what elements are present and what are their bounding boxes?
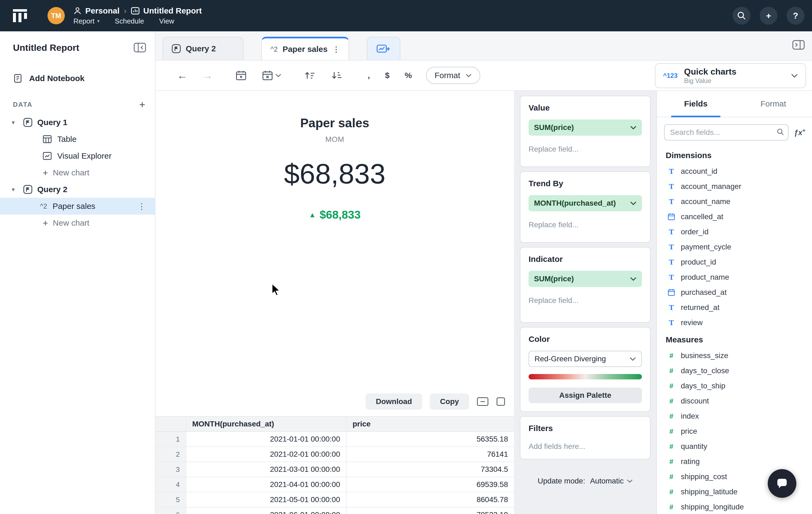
price-column-header[interactable]: price <box>346 417 514 431</box>
breadcrumb-report[interactable]: Untitled Report <box>131 6 202 16</box>
help-icon: ? <box>793 11 798 21</box>
copy-button[interactable]: Copy <box>430 394 469 410</box>
assign-palette-button[interactable]: Assign Palette <box>528 387 642 403</box>
field-item[interactable]: T order_id <box>657 224 812 239</box>
number-type-icon: # <box>667 427 675 436</box>
color-card-title: Color <box>528 334 642 344</box>
field-item[interactable]: T account_id <box>657 164 812 179</box>
field-name: returned_at <box>681 303 719 312</box>
comma-format-button[interactable]: , <box>368 71 370 80</box>
menu-schedule[interactable]: Schedule <box>115 17 144 25</box>
sort-descending-icon[interactable] <box>331 71 343 80</box>
filters-dropzone[interactable]: Add fields here... <box>528 442 642 451</box>
indicator-field-dropdown[interactable]: SUM(price) <box>528 271 642 287</box>
calendar-add-icon[interactable] <box>235 70 247 81</box>
undo-arrow-icon[interactable]: ← <box>177 70 187 81</box>
field-item[interactable]: T product_name <box>657 270 812 285</box>
add-notebook-button[interactable]: Add Notebook <box>0 74 155 83</box>
download-button[interactable]: Download <box>366 394 422 410</box>
tab-paper-sales[interactable]: ^2 Paper sales ⋮ <box>261 37 349 60</box>
expand-results-icon[interactable] <box>496 397 505 406</box>
chart-plus-icon <box>377 44 390 54</box>
report-title: Untitled Report <box>143 6 202 16</box>
app-window: TM Personal › Untitled Report Report▾ Sc… <box>0 0 812 514</box>
sidebar-item-new-chart-query1[interactable]: + New chart <box>0 164 155 181</box>
expand-panel-icon[interactable] <box>792 39 805 50</box>
sidebar-item-new-chart-query2[interactable]: + New chart <box>0 215 155 231</box>
sidebar-item-table[interactable]: Table <box>0 131 155 147</box>
avatar[interactable]: TM <box>48 7 65 24</box>
collapse-sidebar-icon[interactable] <box>133 42 146 53</box>
field-item[interactable]: T review <box>657 315 812 330</box>
minimize-results-icon[interactable] <box>477 397 489 406</box>
field-item[interactable]: T account_manager <box>657 179 812 194</box>
search-button[interactable] <box>733 7 750 25</box>
search-fields-input[interactable] <box>664 124 788 140</box>
field-item[interactable]: T returned_at <box>657 300 812 315</box>
replace-field-dropzone[interactable]: Replace field... <box>528 145 642 154</box>
add-button[interactable]: + <box>760 7 778 25</box>
trend-field-dropdown[interactable]: MONTH(purchased_at) <box>528 195 642 211</box>
field-item[interactable]: # business_size <box>657 348 812 363</box>
sidebar-item-paper-sales[interactable]: ^2 Paper sales ⋮ <box>0 198 155 215</box>
field-item[interactable]: T purchased_at <box>657 285 812 300</box>
chat-support-button[interactable] <box>768 469 796 498</box>
month-cell: 2021-02-01 00:00:00 <box>186 447 346 462</box>
sidebar-item-visual-explorer[interactable]: Visual Explorer <box>0 147 155 164</box>
value-card: Value SUM(price) Replace field... <box>520 96 650 167</box>
tab-fields[interactable]: Fields <box>657 91 734 117</box>
tab-query2[interactable]: Query 2 <box>163 37 243 60</box>
mode-logo[interactable] <box>11 6 29 25</box>
chevron-down-icon[interactable]: ▾ <box>12 186 18 193</box>
add-formula-button[interactable]: ƒx+ <box>794 128 806 137</box>
field-item[interactable]: # index <box>657 409 812 424</box>
new-chart-tab-button[interactable] <box>367 37 400 60</box>
field-item[interactable]: # price <box>657 424 812 439</box>
field-item[interactable]: T product_id <box>657 254 812 270</box>
sidebar-item-query1[interactable]: ▾ Query 1 <box>0 114 155 131</box>
value-card-title: Value <box>528 103 642 112</box>
field-item[interactable]: T account_name <box>657 194 812 209</box>
redo-arrow-icon[interactable]: → <box>202 70 213 81</box>
sort-ascending-icon[interactable] <box>304 71 316 80</box>
quick-charts-title: Quick charts <box>684 67 736 77</box>
menu-view[interactable]: View <box>159 17 174 25</box>
menu-report[interactable]: Report▾ <box>74 17 99 25</box>
field-item[interactable]: # quantity <box>657 439 812 454</box>
content-area: Paper sales MOM $68,833 ▲ $68,833 Downlo… <box>155 91 812 514</box>
month-cell: 2021-05-01 00:00:00 <box>186 492 346 507</box>
row-number-header <box>155 417 186 431</box>
replace-field-dropzone[interactable]: Replace field... <box>528 296 642 305</box>
month-column-header[interactable]: MONTH(purchased_at) <box>186 417 346 431</box>
kebab-menu-icon[interactable]: ⋮ <box>138 201 155 211</box>
format-dropdown[interactable]: Format <box>426 67 480 84</box>
value-field-dropdown[interactable]: SUM(price) <box>528 119 642 136</box>
fields-panel: Fields Format ƒx+ Dimensions T <box>657 91 812 514</box>
field-item[interactable]: T payment_cycle <box>657 239 812 254</box>
tab-format[interactable]: Format <box>734 91 812 117</box>
percent-format-button[interactable]: % <box>405 71 412 80</box>
quick-charts-selector[interactable]: ^123 Quick charts Big Value <box>655 63 806 88</box>
field-item[interactable]: # shipping_longitude <box>657 499 812 514</box>
add-data-button[interactable]: + <box>139 100 145 110</box>
breadcrumb-block: Personal › Untitled Report Report▾ Sched… <box>74 6 202 25</box>
field-item[interactable]: # days_to_ship <box>657 378 812 394</box>
field-name: product_id <box>681 258 716 267</box>
palette-dropdown[interactable]: Red-Green Diverging <box>528 351 642 367</box>
sidebar-item-query2[interactable]: ▾ Query 2 <box>0 181 155 198</box>
field-item[interactable]: T cancelled_at <box>657 209 812 224</box>
calendar-remove-icon[interactable] <box>262 70 281 81</box>
field-item[interactable]: # rating <box>657 454 812 469</box>
data-section-header: DATA <box>13 101 33 108</box>
price-cell: 78523.19 <box>346 508 514 514</box>
replace-field-dropzone[interactable]: Replace field... <box>528 220 642 229</box>
currency-format-button[interactable]: $ <box>385 71 389 80</box>
chevron-down-icon[interactable]: ▾ <box>12 119 18 126</box>
help-button[interactable]: ? <box>787 7 805 25</box>
field-item[interactable]: # days_to_close <box>657 363 812 378</box>
update-mode-dropdown[interactable]: Automatic <box>590 477 633 485</box>
kebab-menu-icon[interactable]: ⋮ <box>332 45 340 54</box>
number-type-icon: # <box>667 382 675 390</box>
breadcrumb-workspace[interactable]: Personal <box>74 6 120 16</box>
field-item[interactable]: # discount <box>657 394 812 409</box>
